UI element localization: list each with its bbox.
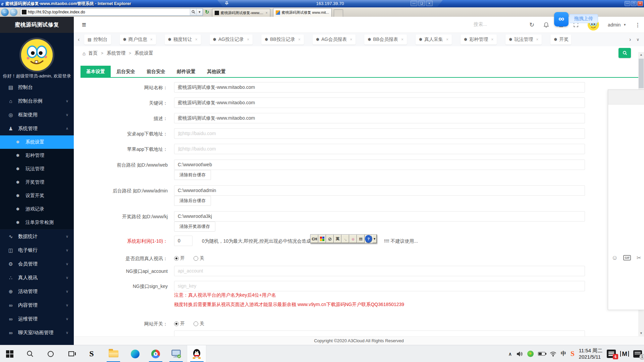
ime-英-button[interactable]: 英 — [334, 235, 341, 243]
field-input[interactable]: C:\wwwroot\admin — [174, 185, 585, 196]
minimize-button[interactable]: — — [625, 1, 630, 6]
gif-icon[interactable]: GIF — [623, 255, 631, 260]
clock[interactable]: 11:54 周二2021/5/11 — [579, 348, 603, 360]
qq-chat-panel[interactable]: ☺ GIF ✂ — [608, 89, 644, 310]
taskbar-taskview-icon[interactable] — [61, 345, 81, 362]
scissors-icon[interactable]: ✂ — [636, 254, 641, 261]
tabs-next-icon[interactable]: › — [629, 37, 631, 43]
taskbar-start-icon[interactable] — [0, 345, 19, 362]
search-input[interactable]: 搜索... — [474, 21, 487, 27]
field-input[interactable]: 如http://baidu.com — [174, 128, 585, 139]
refresh-icon[interactable]: ↻ — [529, 21, 534, 28]
radio-option[interactable]: 关 — [194, 321, 204, 327]
tab-其他设置[interactable]: 其他设置 — [201, 66, 231, 77]
taskbar-s-app-icon[interactable]: S — [82, 345, 101, 362]
minimize-button[interactable]: — — [411, 1, 417, 6]
browser-tab[interactable]: 蜜桃源码测试修复-www....× — [212, 9, 270, 17]
breadcrumb-item[interactable]: 系统设置 — [135, 50, 153, 56]
page-tab[interactable]: ✽商户信息× — [120, 35, 156, 45]
field-input[interactable]: C:\wwwroot\web — [174, 160, 585, 170]
radio-icon[interactable] — [194, 256, 198, 261]
restore-button[interactable]: ❏ — [418, 1, 425, 6]
maximize-button[interactable]: □ — [631, 1, 637, 6]
ime-help-button[interactable]: ? — [365, 235, 372, 243]
page-tab[interactable]: ✽BB投注记录× — [261, 35, 304, 45]
taskbar-rdp-icon[interactable] — [166, 345, 186, 362]
page-tab[interactable]: ▤控制台 — [84, 35, 111, 45]
tab-close-icon[interactable]: × — [266, 11, 268, 15]
taskbar-qq-icon[interactable] — [187, 345, 206, 362]
more-vertical-icon[interactable]: ⋮ — [635, 22, 640, 28]
hidden-icons-chevron[interactable]: ∧ — [508, 351, 512, 357]
tab-close-icon[interactable]: × — [298, 37, 301, 42]
taskbar-chrome-icon[interactable] — [146, 345, 165, 362]
mail-app-icon[interactable]: 6 — [607, 350, 616, 358]
field-input[interactable]: C:\wwwroot\a3kj — [174, 211, 585, 222]
netdisk-cloud-icon[interactable]: ∞ — [554, 12, 569, 26]
tab-前台安全[interactable]: 前台安全 — [141, 66, 171, 77]
taskbar-explorer-icon[interactable] — [104, 345, 123, 362]
rdp-connection-bar[interactable]: 163.197.39.70 —❏× — [217, 0, 443, 7]
tab-close-icon[interactable]: × — [401, 37, 404, 42]
scroll-up-icon[interactable]: ▲ — [638, 52, 644, 58]
bell-icon[interactable] — [543, 22, 549, 28]
scroll-thumb[interactable] — [639, 59, 644, 88]
clear-cache-button[interactable]: 清除后台缓存 — [174, 196, 211, 206]
scroll-down-icon[interactable]: ▼ — [638, 330, 644, 336]
360-safety-icon[interactable]: + — [527, 351, 534, 357]
page-tab[interactable]: ✽AG会员报表× — [313, 35, 356, 45]
page-tab[interactable]: ✽开奖 — [550, 35, 571, 45]
field-input[interactable]: 如http://baidu.com — [174, 144, 585, 154]
tab-close-icon[interactable]: × — [247, 37, 249, 42]
browser-tab[interactable]: 蜜桃源码测试修复 www.mit... — [273, 8, 332, 17]
radio-icon[interactable] — [174, 256, 179, 261]
sogou-icon[interactable]: S — [571, 350, 575, 358]
breadcrumb-item[interactable]: 首页 — [88, 50, 98, 56]
field-input[interactable]: 0 — [174, 236, 193, 246]
field-input[interactable]: 蜜桃源码测试修复-www.mitaobo.com — [174, 82, 585, 93]
ime-language-bar[interactable]: CH⊘英·,☺▤?▾ — [310, 234, 377, 243]
im-app-icon[interactable]: M — [620, 351, 629, 357]
page-tab[interactable]: ✽彩种管理× — [461, 35, 497, 45]
emoji-icon[interactable]: ☺ — [611, 254, 618, 261]
tab-close-icon[interactable]: × — [350, 37, 352, 42]
ime-CH-button[interactable]: CH — [311, 235, 318, 243]
ime-punct-button[interactable]: ·, — [341, 235, 349, 243]
quick-search-button[interactable] — [619, 48, 631, 58]
page-tab[interactable]: ✽AG投注记录× — [210, 35, 253, 45]
forward-button[interactable]: → — [10, 8, 17, 16]
sidebar-item-9[interactable]: ∞内容管理∨ — [0, 298, 74, 312]
page-tab[interactable]: ✽玩法管理× — [505, 35, 542, 45]
tab-基本设置[interactable]: 基本设置 — [80, 66, 111, 77]
ime-layout-button[interactable] — [318, 235, 326, 243]
ime-forbid-button[interactable]: ⊘ — [326, 235, 334, 243]
clear-cache-button[interactable]: 清除前台缓存 — [174, 170, 211, 180]
field-input[interactable]: api_account — [174, 266, 585, 276]
speaker-icon[interactable] — [516, 351, 523, 357]
battery-icon[interactable] — [538, 352, 545, 356]
clear-cache-button[interactable]: 清除开奖器缓存 — [174, 222, 215, 232]
radio-option[interactable]: 开 — [174, 255, 185, 261]
back-button[interactable]: ← — [1, 8, 9, 16]
avatar[interactable] — [19, 38, 54, 72]
menu-toggle-icon[interactable]: ≡ — [82, 20, 86, 29]
tab-close-icon[interactable]: × — [446, 37, 448, 42]
tab-后台安全[interactable]: 后台安全 — [111, 66, 141, 77]
field-input[interactable]: 蜜桃源码测试修复-www.mitaobo.com — [174, 98, 585, 108]
breadcrumb-item[interactable]: 系统管理 — [107, 50, 125, 56]
page-tab[interactable]: ✽BB会员报表× — [364, 35, 407, 45]
field-input[interactable]: 蜜桃源码测试修复-www.mitaobo.com — [174, 113, 585, 123]
tab-邮件设置[interactable]: 邮件设置 — [171, 66, 201, 77]
taskbar-cortana-icon[interactable] — [41, 345, 60, 362]
address-text[interactable]: http://ht.92sp.top/Index.index.do — [28, 10, 190, 14]
tab-close-icon[interactable]: × — [150, 37, 153, 42]
baidu-netdisk-overlay[interactable]: ∞ 拖拽上传 — [554, 12, 598, 26]
address-bar[interactable]: http://ht.92sp.top/Index.index.do ▼ — [20, 8, 203, 16]
action-center-icon[interactable]: 1 — [633, 350, 642, 358]
search-magnifier-icon[interactable] — [190, 9, 196, 15]
taskbar-search-icon[interactable] — [20, 345, 40, 362]
radio-option[interactable]: 开 — [174, 321, 185, 327]
refresh-icon[interactable]: ↻ — [205, 9, 209, 15]
page-tab[interactable]: ✽额度转让× — [165, 35, 201, 45]
tab-close-icon[interactable]: × — [536, 37, 538, 42]
